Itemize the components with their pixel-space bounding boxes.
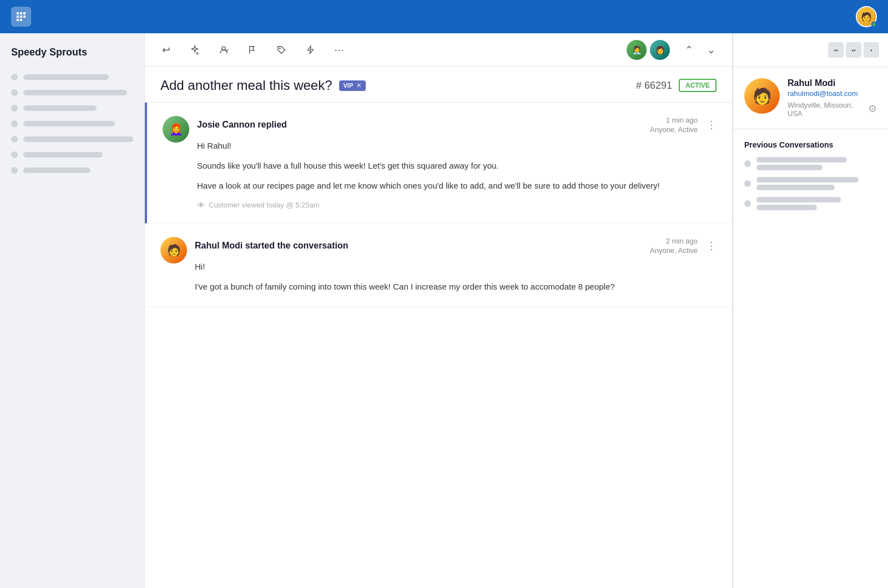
vip-remove-button[interactable]: ✕ [356, 82, 361, 89]
message-line-3: Have a look at our recipes page and let … [197, 179, 717, 192]
message-viewed-1: 👁 Customer viewed today @ 5:25am [197, 200, 717, 210]
list-line [23, 90, 127, 95]
list-dot [11, 74, 18, 80]
list-item[interactable] [11, 116, 133, 131]
assign-button[interactable] [214, 40, 234, 60]
flag-button[interactable] [243, 40, 263, 60]
contact-name: Rahul Modi [788, 78, 877, 88]
panel-view-toggle-1[interactable]: ▪▪ [828, 42, 844, 58]
contact-location: Windyville, Missouri, USA [788, 101, 868, 118]
contact-settings-button[interactable]: ⚙ [868, 103, 877, 115]
prev-conv-item-2[interactable] [744, 177, 877, 190]
lightning-icon [305, 45, 315, 55]
message-line-5: I've got a bunch of family coming into t… [195, 280, 717, 293]
prev-conv-line-2a [756, 177, 859, 183]
list-dot [11, 151, 18, 158]
panel-view-toggle-3[interactable]: ▪ [864, 42, 879, 58]
prev-conv-item-1[interactable] [744, 157, 877, 170]
message-time-status-2: 2 min ago Anyone, Active [650, 237, 698, 255]
app-logo[interactable] [11, 7, 31, 27]
message-line-1: Hi Rahul! [197, 139, 717, 153]
message-1: 👩‍🦰 Josie Cannon replied 1 min ago Anyon… [145, 103, 732, 224]
action-button[interactable] [300, 40, 320, 60]
sender-name-2: Rahul Modi started the conversation [195, 241, 348, 251]
user-avatar-wrapper[interactable]: 🧑 [856, 6, 877, 27]
list-line [23, 121, 115, 126]
list-item[interactable] [11, 69, 133, 85]
list-dot [11, 136, 18, 143]
sender-avatar-rahul: 🧑 [160, 237, 187, 263]
list-item[interactable] [11, 100, 133, 116]
conversation-header: Add another meal this week? VIP ✕ # 6629… [145, 67, 732, 103]
sparkle-icon [190, 45, 200, 55]
message-content-1: Josie Cannon replied 1 min ago Anyone, A… [197, 116, 717, 210]
prev-conv-item-3[interactable] [744, 197, 877, 210]
tag-icon [276, 45, 286, 55]
list-dot [11, 105, 18, 111]
prev-conv-dot-2 [744, 180, 751, 187]
message-content-2: Rahul Modi started the conversation 2 mi… [195, 237, 717, 293]
message-options-2[interactable]: ⋮ [707, 240, 717, 252]
list-line [23, 74, 109, 80]
right-panel: ▪▪ ▪▪ ▪ 🧑 Rahul Modi rahulmodi@toast.com… [733, 33, 888, 588]
message-time-2: 2 min ago [666, 237, 698, 245]
prev-conversation-button[interactable]: ⌃ [679, 40, 699, 60]
list-dot [11, 167, 18, 174]
prev-conv-dot-3 [744, 200, 751, 207]
panel-view-toggle-2[interactable]: ▪▪ [846, 42, 861, 58]
conversation-id: # 66291 [636, 80, 672, 92]
list-item[interactable] [11, 131, 133, 147]
eye-icon: 👁 [197, 200, 205, 210]
prev-conv-line-3b [756, 205, 817, 210]
message-2: 🧑 Rahul Modi started the conversation 2 … [145, 224, 732, 307]
flag-icon [248, 45, 258, 55]
sidebar-title: Speedy Sprouts [11, 47, 133, 58]
message-meta-1: 1 min ago Anyone, Active ⋮ [650, 116, 717, 134]
list-item[interactable] [11, 163, 133, 178]
vip-badge: VIP ✕ [339, 80, 366, 91]
message-body-1: Hi Rahul! Sounds like you'll have a full… [197, 139, 717, 192]
top-navigation: 🧑 [0, 0, 888, 33]
message-time-status-1: 1 min ago Anyone, Active [650, 116, 698, 134]
list-item[interactable] [11, 147, 133, 163]
contact-avatar: 🧑 [744, 78, 780, 114]
next-conversation-button[interactable]: ⌄ [701, 40, 721, 60]
contact-card: 🧑 Rahul Modi rahulmodi@toast.com Windyvi… [733, 67, 888, 129]
messages-area: 👩‍🦰 Josie Cannon replied 1 min ago Anyon… [145, 103, 732, 588]
online-indicator [871, 22, 877, 27]
prev-conv-lines-1 [756, 157, 877, 170]
prev-conv-line-2b [756, 185, 835, 190]
message-status-2: Anyone, Active [650, 246, 698, 255]
assignee-avatar-2: 👩 [650, 40, 670, 60]
prev-conv-lines-3 [756, 197, 877, 210]
svg-point-1 [279, 47, 281, 49]
list-item[interactable] [11, 85, 133, 100]
status-badge: ACTIVE [679, 79, 717, 92]
prev-conv-line-1a [756, 157, 847, 163]
list-line [23, 168, 90, 173]
main-content: ↩ [144, 33, 733, 588]
message-line-4: Hi! [195, 260, 717, 273]
contact-email[interactable]: rahulmodi@toast.com [788, 89, 877, 98]
ai-assist-button[interactable] [185, 40, 205, 60]
undo-button[interactable]: ↩ [156, 40, 176, 60]
list-dot [11, 120, 18, 127]
previous-conversations-title: Previous Conversations [744, 140, 877, 149]
sidebar: Speedy Sprouts [0, 33, 144, 588]
prev-conv-lines-2 [756, 177, 877, 190]
list-line [23, 136, 133, 142]
message-options-1[interactable]: ⋮ [707, 119, 717, 131]
message-meta-2: 2 min ago Anyone, Active ⋮ [650, 237, 717, 255]
vip-label: VIP [344, 82, 354, 89]
prev-conv-line-3a [756, 197, 841, 202]
label-button[interactable] [271, 40, 291, 60]
navigation-arrows: ⌃ ⌄ [679, 40, 721, 60]
message-status-1: Anyone, Active [650, 125, 698, 134]
message-body-2: Hi! I've got a bunch of family coming in… [195, 260, 717, 293]
sender-name-1: Josie Cannon replied [197, 120, 287, 130]
more-button[interactable]: ⋯ [329, 40, 349, 60]
list-line [23, 152, 103, 158]
logo-icon [14, 10, 28, 23]
previous-conversations-section: Previous Conversations [733, 129, 888, 228]
sender-avatar-josie: 👩‍🦰 [163, 116, 189, 143]
